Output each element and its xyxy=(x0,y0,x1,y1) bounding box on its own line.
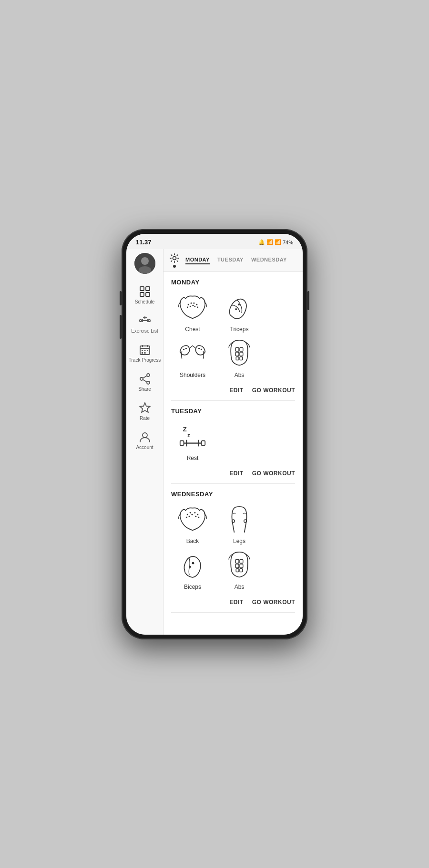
sidebar-item-schedule-label: Schedule xyxy=(135,299,155,305)
top-nav: MONDAY TUESDAY WEDNESDAY xyxy=(163,249,303,272)
settings-dot xyxy=(173,265,176,268)
svg-line-27 xyxy=(143,376,146,378)
dumbbell-icon xyxy=(139,314,151,327)
svg-point-25 xyxy=(140,377,143,380)
svg-rect-52 xyxy=(240,356,243,360)
svg-rect-73 xyxy=(235,559,239,563)
svg-rect-75 xyxy=(235,564,239,568)
muscle-item-chest[interactable]: Chest xyxy=(171,291,214,333)
muscle-item-rest[interactable]: Z z xyxy=(171,419,214,461)
svg-point-30 xyxy=(143,433,147,438)
monday-go-btn[interactable]: GO WORKOUT xyxy=(252,387,295,394)
svg-rect-4 xyxy=(146,287,150,291)
svg-rect-21 xyxy=(147,350,148,351)
svg-rect-3 xyxy=(140,287,144,291)
sidebar-item-schedule[interactable]: Schedule xyxy=(126,281,163,310)
svg-rect-51 xyxy=(236,356,239,360)
svg-rect-22 xyxy=(142,352,143,354)
main-content: MONDAY TUESDAY WEDNESDAY MONDAY xyxy=(163,249,303,635)
svg-point-42 xyxy=(235,308,237,310)
svg-point-45 xyxy=(201,348,202,350)
svg-point-67 xyxy=(198,516,199,518)
svg-point-60 xyxy=(187,513,188,515)
wednesday-edit-btn[interactable]: EDIT xyxy=(229,599,243,606)
legs-label: Legs xyxy=(233,538,245,544)
svg-point-71 xyxy=(192,562,194,564)
svg-rect-78 xyxy=(240,568,243,572)
svg-point-38 xyxy=(193,302,194,303)
tuesday-muscles: Z z xyxy=(171,419,295,461)
rest-icon: Z z xyxy=(175,419,210,454)
svg-rect-20 xyxy=(144,350,145,351)
svg-text:Z: Z xyxy=(183,426,187,433)
abs-label-monday: Abs xyxy=(235,372,245,378)
svg-point-41 xyxy=(238,303,240,305)
muscle-item-legs[interactable]: Legs xyxy=(218,502,261,544)
schedule-scroll[interactable]: MONDAY xyxy=(163,272,303,635)
wednesday-go-btn[interactable]: GO WORKOUT xyxy=(252,599,295,606)
svg-rect-23 xyxy=(144,352,145,354)
monday-edit-btn[interactable]: EDIT xyxy=(229,387,243,394)
tuesday-edit-btn[interactable]: EDIT xyxy=(229,470,243,477)
status-bar: 11.37 🔔 📶 📶 74% xyxy=(126,234,303,249)
biceps-label: Biceps xyxy=(184,584,201,590)
svg-point-61 xyxy=(190,512,191,513)
day-section-monday: MONDAY xyxy=(163,272,303,401)
svg-point-31 xyxy=(173,256,176,260)
tab-wednesday[interactable]: WEDNESDAY xyxy=(251,256,287,264)
svg-point-39 xyxy=(197,306,198,308)
sidebar: Schedule Exercise List xyxy=(126,249,163,635)
svg-rect-19 xyxy=(142,350,143,351)
chest-icon xyxy=(175,291,210,325)
wednesday-muscles: Back xyxy=(171,502,295,590)
settings-area[interactable] xyxy=(169,253,180,268)
muscle-item-triceps[interactable]: Triceps xyxy=(218,291,261,333)
status-time: 11.37 xyxy=(136,239,152,246)
svg-point-40 xyxy=(194,305,195,307)
svg-point-35 xyxy=(190,305,191,307)
svg-rect-47 xyxy=(235,347,239,351)
svg-point-26 xyxy=(147,381,150,384)
muscle-item-back[interactable]: Back xyxy=(171,502,214,544)
sidebar-item-rate[interactable]: Rate xyxy=(126,397,163,426)
svg-line-28 xyxy=(143,379,146,382)
battery-text: 74% xyxy=(283,240,293,245)
svg-rect-5 xyxy=(140,293,144,296)
grid-icon xyxy=(139,285,151,298)
tuesday-go-btn[interactable]: GO WORKOUT xyxy=(252,470,295,477)
svg-rect-49 xyxy=(235,352,239,356)
biceps-icon xyxy=(175,548,210,583)
signal-icon: 📶 xyxy=(275,239,281,245)
chest-label: Chest xyxy=(185,326,200,333)
triceps-icon xyxy=(222,291,256,325)
tab-tuesday[interactable]: TUESDAY xyxy=(217,256,244,264)
svg-point-46 xyxy=(198,347,200,349)
muscle-item-biceps[interactable]: Biceps xyxy=(171,548,214,590)
svg-rect-6 xyxy=(146,293,150,296)
muscle-item-abs-wednesday[interactable]: Abs xyxy=(218,548,261,590)
share-icon xyxy=(139,373,151,385)
abs-icon-wednesday xyxy=(222,548,256,583)
back-icon xyxy=(175,502,210,537)
sidebar-item-exercise-list[interactable]: Exercise List xyxy=(126,310,163,339)
sidebar-item-track-progress[interactable]: Track Progress xyxy=(126,339,163,368)
legs-icon xyxy=(222,502,256,537)
monday-title: MONDAY xyxy=(171,279,295,286)
muscle-item-shoulders[interactable]: Shoulders xyxy=(171,336,214,378)
muscle-item-abs-monday[interactable]: Abs xyxy=(218,336,261,378)
shoulders-icon xyxy=(175,336,210,371)
svg-point-44 xyxy=(185,347,187,349)
settings-icon[interactable] xyxy=(169,253,180,263)
monday-actions: EDIT GO WORKOUT xyxy=(171,382,295,401)
tab-monday[interactable]: MONDAY xyxy=(185,256,210,264)
sidebar-item-account[interactable]: Account xyxy=(126,426,163,455)
day-section-tuesday: TUESDAY Z z xyxy=(163,401,303,484)
svg-point-37 xyxy=(196,303,197,305)
sidebar-item-share[interactable]: Share xyxy=(126,368,163,397)
avatar[interactable] xyxy=(134,253,155,274)
svg-rect-50 xyxy=(240,352,243,356)
svg-point-68 xyxy=(195,515,196,517)
svg-rect-77 xyxy=(236,568,239,572)
triceps-label: Triceps xyxy=(230,326,249,333)
abs-label-wednesday: Abs xyxy=(235,584,245,590)
